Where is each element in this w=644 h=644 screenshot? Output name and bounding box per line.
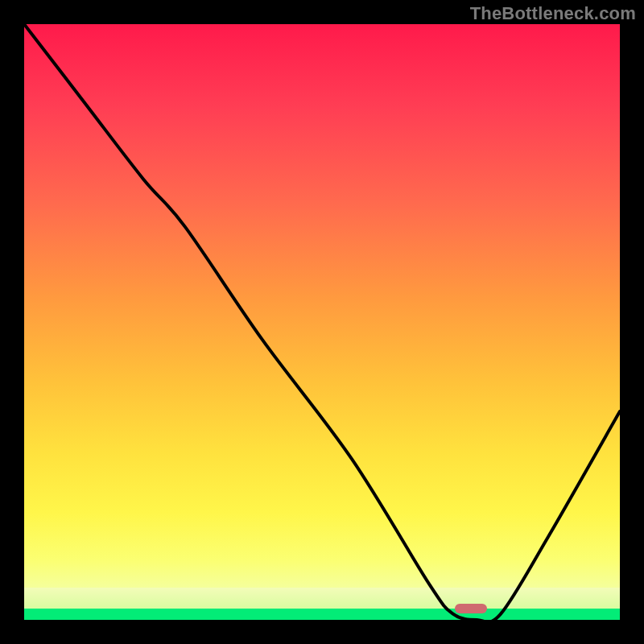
curve-layer (24, 24, 620, 620)
plot-area (24, 24, 620, 620)
bottleneck-curve (24, 24, 620, 620)
credit-text: TheBottleneck.com (470, 3, 636, 24)
optimum-marker (455, 604, 487, 613)
chart-frame: TheBottleneck.com (0, 0, 644, 644)
